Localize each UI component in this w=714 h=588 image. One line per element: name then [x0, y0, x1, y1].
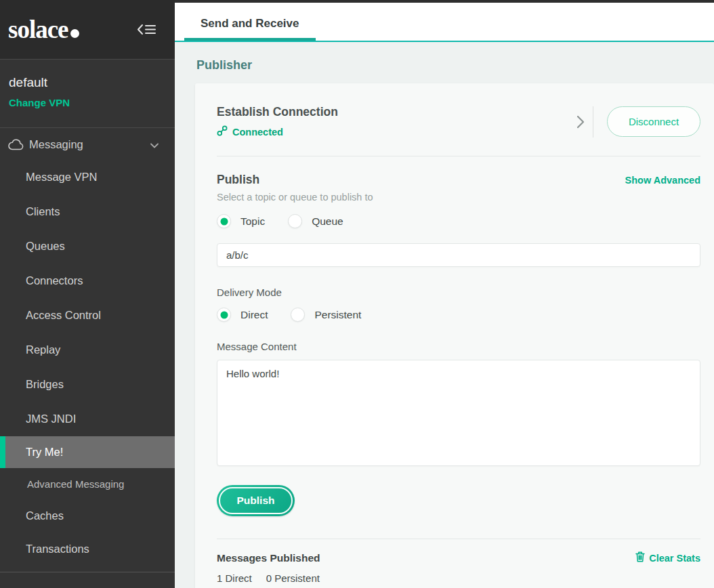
radio-topic-circle-icon[interactable] — [217, 214, 231, 228]
tab-send-and-receive[interactable]: Send and Receive — [184, 7, 316, 41]
clear-stats-label: Clear Stats — [649, 553, 700, 564]
sidebar-item-message-vpn[interactable]: Message VPN — [0, 160, 175, 194]
trash-icon — [635, 551, 645, 564]
messages-published-title: Messages Published — [217, 552, 320, 564]
publish-button[interactable]: Publish — [217, 485, 295, 516]
radio-persistent-circle-icon[interactable] — [291, 308, 305, 322]
connection-status: Connected — [217, 125, 338, 138]
connection-title: Establish Connection — [217, 105, 338, 119]
vertical-divider — [593, 106, 593, 138]
link-icon — [217, 125, 228, 138]
connection-info: Establish Connection Connected — [217, 105, 338, 138]
radio-queue-circle-icon[interactable] — [288, 214, 302, 228]
radio-topic-label: Topic — [240, 215, 265, 228]
sidebar-item-caches[interactable]: Caches — [0, 499, 175, 532]
connection-status-label: Connected — [232, 127, 283, 138]
sidebar: solace default Change VPN Messagin — [0, 0, 175, 588]
page-title: Publisher — [196, 58, 714, 72]
persistent-count: 0 Persistent — [266, 572, 320, 584]
clear-stats-link[interactable]: Clear Stats — [635, 551, 700, 564]
sidebar-item-jms-jndi[interactable]: JMS JNDI — [0, 402, 175, 436]
sidebar-section-messaging[interactable]: Messaging — [0, 128, 175, 160]
sidebar-item-queues[interactable]: Queues — [0, 229, 175, 264]
topic-input[interactable] — [217, 243, 700, 267]
logo-text: solace — [8, 15, 68, 44]
sidebar-header: solace — [0, 0, 175, 60]
sidebar-item-bridges[interactable]: Bridges — [0, 367, 175, 402]
radio-queue[interactable]: Queue — [288, 214, 343, 228]
cloud-icon — [8, 139, 24, 150]
logo-dot-icon — [70, 29, 79, 38]
radio-persistent[interactable]: Persistent — [291, 308, 361, 322]
connection-section: Establish Connection Connected — [217, 105, 700, 138]
message-content-textarea[interactable]: Hello world! — [217, 360, 700, 466]
app-window: solace default Change VPN Messagin — [0, 0, 714, 588]
change-vpn-link[interactable]: Change VPN — [9, 97, 70, 108]
page-content: Publisher Establish Connection — [175, 42, 714, 588]
stats-divider — [217, 539, 700, 539]
main-area: Send and Receive Publisher Establish Con… — [175, 0, 714, 588]
sidebar-item-clients[interactable]: Clients — [0, 194, 175, 229]
sidebar-menu: Message VPN Clients Queues Connectors Ac… — [0, 160, 175, 588]
radio-topic[interactable]: Topic — [217, 214, 265, 228]
sidebar-item-advanced-messaging[interactable]: Advanced Messaging — [0, 468, 175, 499]
show-advanced-link[interactable]: Show Advanced — [625, 175, 700, 186]
disconnect-button[interactable]: Disconnect — [607, 106, 700, 137]
publish-subtitle: Select a topic or queue to publish to — [217, 192, 700, 203]
sidebar-item-replay[interactable]: Replay — [0, 333, 175, 367]
sidebar-bottom-divider — [0, 572, 175, 572]
chevron-down-icon — [150, 139, 159, 151]
sidebar-item-connectors[interactable]: Connectors — [0, 264, 175, 298]
vpn-block: default Change VPN — [0, 60, 175, 128]
collapse-sidebar-icon[interactable] — [138, 24, 156, 35]
radio-direct[interactable]: Direct — [217, 308, 268, 322]
sidebar-section-label: Messaging — [29, 138, 150, 151]
sidebar-item-try-me[interactable]: Try Me! — [0, 436, 175, 468]
tab-bar: Send and Receive — [175, 3, 714, 42]
section-divider — [217, 156, 700, 156]
solace-logo: solace — [8, 15, 79, 44]
sidebar-item-access-control[interactable]: Access Control — [0, 298, 175, 333]
message-content-label: Message Content — [217, 341, 700, 352]
delivery-mode-label: Delivery Mode — [217, 287, 700, 298]
stats-counts: 1 Direct 0 Persistent — [217, 572, 700, 584]
radio-direct-circle-icon[interactable] — [217, 308, 231, 322]
direct-count: 1 Direct — [217, 572, 252, 584]
sidebar-item-transactions[interactable]: Transactions — [0, 532, 175, 566]
radio-direct-label: Direct — [240, 309, 268, 321]
stats-header: Messages Published — [217, 551, 700, 564]
radio-queue-label: Queue — [312, 215, 343, 228]
vpn-name: default — [9, 75, 166, 90]
publisher-card: Establish Connection Connected — [195, 83, 714, 588]
publish-title: Publish — [217, 173, 259, 187]
chevron-right-icon[interactable] — [576, 115, 585, 129]
radio-persistent-label: Persistent — [314, 309, 361, 321]
connection-actions: Disconnect — [576, 106, 700, 138]
destination-radio-group: Topic Queue — [217, 214, 700, 228]
publish-header: Publish Show Advanced — [217, 173, 700, 187]
delivery-mode-radio-group: Direct Persistent — [217, 308, 700, 322]
